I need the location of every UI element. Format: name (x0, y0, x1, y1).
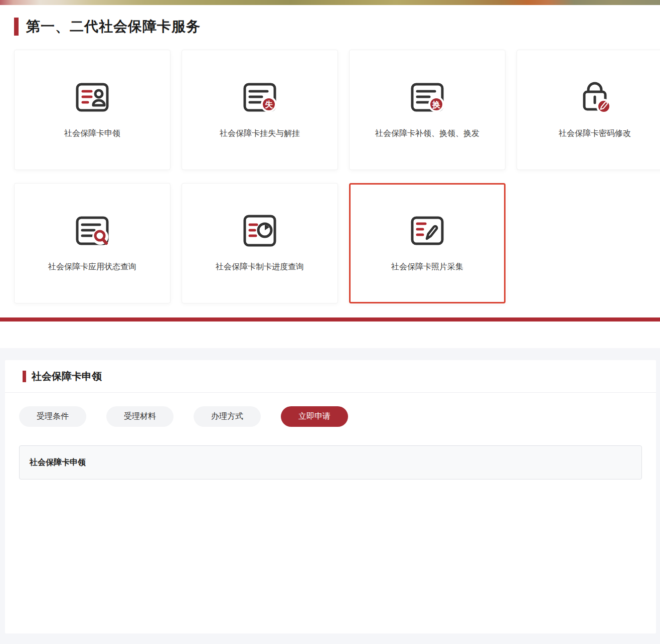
detail-panel: 社会保障卡申领 受理条件 受理材料 办理方式 立即申请 社会保障卡申领 (0, 348, 660, 644)
card-progress-clock-icon (240, 215, 280, 247)
loss-badge-char: 失 (265, 100, 273, 109)
detail-card: 社会保障卡申领 受理条件 受理材料 办理方式 立即申请 社会保障卡申领 (5, 360, 656, 633)
services-grid: 社会保障卡申领 失 社会保障卡挂失与解挂 换 (14, 50, 660, 303)
card-photo-edit-icon (407, 215, 447, 247)
service-card-label: 社会保障卡挂失与解挂 (220, 128, 300, 139)
card-search-icon (72, 215, 112, 247)
tab-acceptance-conditions[interactable]: 受理条件 (19, 406, 86, 427)
services-section-title: 第一、二代社会保障卡服务 (14, 14, 660, 39)
service-card-password-change[interactable]: 社会保障卡密码修改 (517, 50, 660, 170)
service-card-replacement[interactable]: 换 社会保障卡补领、换领、换发 (349, 50, 506, 170)
detail-content-box: 社会保障卡申领 (19, 445, 642, 479)
service-card-apply[interactable]: 社会保障卡申领 (14, 50, 171, 170)
card-replace-badge-icon: 换 (407, 81, 447, 113)
title-accent-bar (23, 371, 26, 382)
tab-required-materials[interactable]: 受理材料 (106, 406, 174, 427)
services-section-title-text: 第一、二代社会保障卡服务 (26, 17, 201, 36)
service-card-loss-report[interactable]: 失 社会保障卡挂失与解挂 (182, 50, 338, 170)
service-card-progress-inquiry[interactable]: 社会保障卡制卡进度查询 (182, 183, 338, 303)
service-card-label: 社会保障卡补领、换领、换发 (375, 128, 479, 139)
detail-header: 社会保障卡申领 (5, 360, 656, 393)
detail-title: 社会保障卡申领 (32, 370, 102, 383)
replace-badge-char: 换 (432, 100, 440, 109)
service-card-label: 社会保障卡申领 (64, 128, 120, 139)
service-card-status-inquiry[interactable]: 社会保障卡应用状态查询 (14, 183, 171, 303)
service-card-label: 社会保障卡照片采集 (391, 262, 463, 272)
section-divider (0, 317, 660, 321)
lock-edit-icon (575, 81, 615, 113)
detail-content-heading: 社会保障卡申领 (30, 457, 86, 468)
service-card-label: 社会保障卡制卡进度查询 (216, 262, 304, 272)
tab-apply-now[interactable]: 立即申请 (281, 406, 348, 427)
tab-handling-method[interactable]: 办理方式 (194, 406, 261, 427)
service-card-label: 社会保障卡应用状态查询 (48, 262, 136, 272)
detail-body: 受理条件 受理材料 办理方式 立即申请 社会保障卡申领 (5, 406, 656, 479)
card-loss-badge-icon: 失 (240, 81, 280, 113)
detail-tabs: 受理条件 受理材料 办理方式 立即申请 (19, 406, 642, 427)
id-card-person-icon (72, 81, 112, 113)
title-accent-bar (14, 18, 19, 36)
service-card-label: 社会保障卡密码修改 (559, 128, 631, 139)
service-card-photo-collection[interactable]: 社会保障卡照片采集 (349, 183, 506, 303)
decorative-photo-banner (0, 0, 660, 5)
